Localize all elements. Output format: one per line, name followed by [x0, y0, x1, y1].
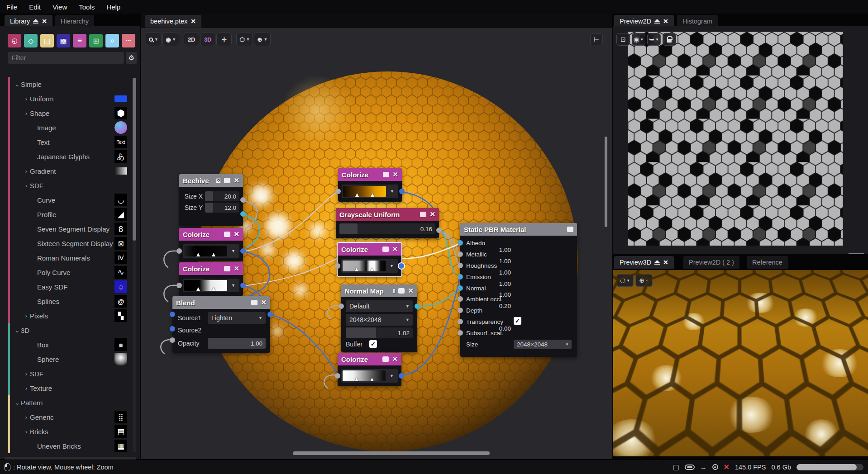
input-port-subsurface[interactable]: [458, 330, 463, 336]
library-tree-item[interactable]: ⌄ Pattern: [0, 395, 140, 410]
input-port-depth[interactable]: [458, 308, 463, 313]
preview-3d-button[interactable]: 3D: [200, 33, 215, 46]
close-icon[interactable]: ✕: [663, 18, 668, 25]
environment-dropdown-button[interactable]: ⊕▼: [254, 33, 271, 46]
library-tree-item[interactable]: Curve ◡: [0, 193, 140, 207]
output-port[interactable]: [399, 373, 404, 379]
node-static-pbr-material[interactable]: Static PBR Material Albedo Metallic 1.00…: [460, 223, 577, 357]
gradient-dropdown-icon[interactable]: ▼: [387, 186, 397, 197]
opacity-slider[interactable]: 1.00: [208, 338, 266, 349]
node-graph-canvas[interactable]: Beehive ⚄ ✕ Size X 20.0 Size: [141, 28, 612, 459]
preview-toggle-icon[interactable]: [224, 232, 230, 237]
tab-hierarchy[interactable]: Hierarchy: [55, 15, 94, 28]
output-port-grayscale[interactable]: [240, 197, 246, 203]
library-tree-item[interactable]: Poly Curve ∿: [0, 265, 140, 280]
tab-reference[interactable]: Reference: [747, 256, 788, 269]
graph-layout-button[interactable]: ⊢: [590, 33, 603, 45]
output-port-normal[interactable]: [240, 211, 246, 217]
output-port[interactable]: [399, 189, 405, 194]
tab-preview3d[interactable]: Preview3D ✕: [614, 256, 674, 269]
menu-item[interactable]: Edit: [29, 3, 41, 11]
size-x-slider[interactable]: 20.0: [205, 191, 239, 201]
preview-toggle-icon[interactable]: [567, 227, 573, 232]
map-icon[interactable]: ⊞: [89, 34, 103, 47]
gradient-dropdown-icon[interactable]: ▼: [387, 261, 396, 271]
library-tree-item[interactable]: › Bricks ▤: [0, 424, 140, 439]
gradient-strip[interactable]: [184, 246, 227, 256]
error-close-icon[interactable]: ✕: [724, 463, 730, 471]
gradient-strip[interactable]: [343, 261, 386, 271]
tab-beehive-ptex[interactable]: beehive.ptex ✕: [145, 15, 201, 28]
view-options-button[interactable]: ◉▼: [162, 33, 179, 46]
preview-2d-button[interactable]: 2D: [184, 33, 199, 46]
input-port[interactable]: [176, 283, 182, 288]
simple-shapes-icon[interactable]: ◵: [8, 34, 21, 47]
output-port[interactable]: [399, 263, 404, 269]
tree-expand-arrow[interactable]: ⌄: [14, 81, 21, 88]
close-icon[interactable]: ✕: [261, 299, 267, 307]
noise-icon[interactable]: ▩: [57, 34, 70, 47]
value-slider[interactable]: 0.16: [339, 223, 435, 234]
chain-link-icon[interactable]: [685, 465, 695, 470]
resize-grip[interactable]: [849, 253, 864, 254]
library-tree-item[interactable]: Sphere: [0, 352, 140, 366]
zoom-dropdown-button[interactable]: ▼: [146, 33, 162, 46]
fit-view-button[interactable]: ⊡: [616, 33, 630, 46]
close-icon[interactable]: ✕: [191, 18, 196, 25]
environment-dropdown-button[interactable]: ⊕▼: [635, 274, 653, 287]
tree-expand-arrow[interactable]: ›: [23, 370, 30, 377]
eject-icon[interactable]: [33, 19, 38, 24]
preview-toggle-icon[interactable]: [383, 172, 389, 177]
transparency-checkbox[interactable]: ✓: [514, 317, 521, 325]
gradient-editor[interactable]: ▼: [341, 259, 398, 273]
gradient-editor[interactable]: ▼: [341, 369, 398, 383]
preview-toggle-icon[interactable]: [224, 178, 230, 183]
tab-preview2d[interactable]: Preview2D ✕: [614, 15, 674, 28]
tab-histogram[interactable]: Histogram: [677, 15, 718, 28]
tree-expand-arrow[interactable]: ›: [23, 95, 30, 102]
input-port-albedo[interactable]: [458, 240, 463, 246]
library-tree-item[interactable]: Japanese Glyphs あ: [0, 149, 140, 164]
node-colorize-4[interactable]: Colorize ✕ ▼: [338, 243, 401, 276]
preview3d-viewport[interactable]: ⬡▼ ⊕▼: [613, 270, 868, 456]
tree-expand-arrow[interactable]: ›: [23, 168, 30, 175]
tree-expand-arrow[interactable]: ›: [23, 110, 30, 117]
input-port-transparency[interactable]: [458, 319, 463, 324]
3d-models-icon[interactable]: ◇: [24, 34, 38, 47]
preview-toggle-icon[interactable]: [420, 212, 426, 217]
gradient-dropdown-icon[interactable]: ▼: [229, 280, 238, 291]
library-tree-item[interactable]: Seven Segment Display 8: [0, 222, 140, 236]
lock-button[interactable]: [663, 33, 676, 46]
library-tree-item[interactable]: › Generic ⣿: [0, 410, 140, 424]
output-port[interactable]: [415, 303, 420, 309]
library-tree-item[interactable]: › Texture: [0, 381, 140, 395]
tree-expand-arrow[interactable]: ›: [23, 313, 30, 319]
filter-input[interactable]: [8, 52, 124, 64]
input-port[interactable]: [176, 248, 182, 254]
gradient-dropdown-icon[interactable]: ▼: [229, 246, 238, 256]
checker-icon[interactable]: ▢: [673, 463, 679, 471]
close-icon[interactable]: ✕: [429, 210, 435, 218]
library-tree-item[interactable]: Uneven Bricks ▦: [0, 439, 140, 453]
tree-expand-arrow[interactable]: ⌄: [14, 327, 21, 334]
tree-expand-arrow[interactable]: ⌄: [14, 399, 21, 406]
buffer-checkbox[interactable]: ✓: [369, 340, 377, 348]
menu-item[interactable]: File: [6, 3, 17, 11]
library-tree-item[interactable]: › SDF: [0, 366, 140, 381]
pan-mode-button[interactable]: ✛: [216, 33, 232, 46]
gear-icon[interactable]: ⚙: [126, 52, 137, 64]
export-button[interactable]: ➥▼: [647, 33, 661, 46]
library-tree-item[interactable]: Box ■: [0, 337, 140, 352]
library-tree-item[interactable]: ⌄ Simple: [0, 77, 140, 91]
input-port-emission[interactable]: [458, 274, 463, 280]
vertical-scrollbar[interactable]: [605, 137, 607, 227]
node-blend[interactable]: Blend ✕ Source1 Lighten ▼ Source2 Opacit…: [172, 296, 270, 353]
randomize-seed-icon[interactable]: ⚄: [216, 177, 221, 184]
close-icon[interactable]: ✕: [234, 230, 239, 238]
view-options-button[interactable]: ◉▼: [632, 33, 645, 46]
model-dropdown-button[interactable]: ⬡▼: [236, 33, 253, 46]
input-port-roughness[interactable]: [458, 263, 463, 268]
input-port-source2[interactable]: [170, 326, 175, 332]
menu-item[interactable]: View: [52, 3, 67, 11]
preview2d-image[interactable]: [628, 32, 843, 246]
